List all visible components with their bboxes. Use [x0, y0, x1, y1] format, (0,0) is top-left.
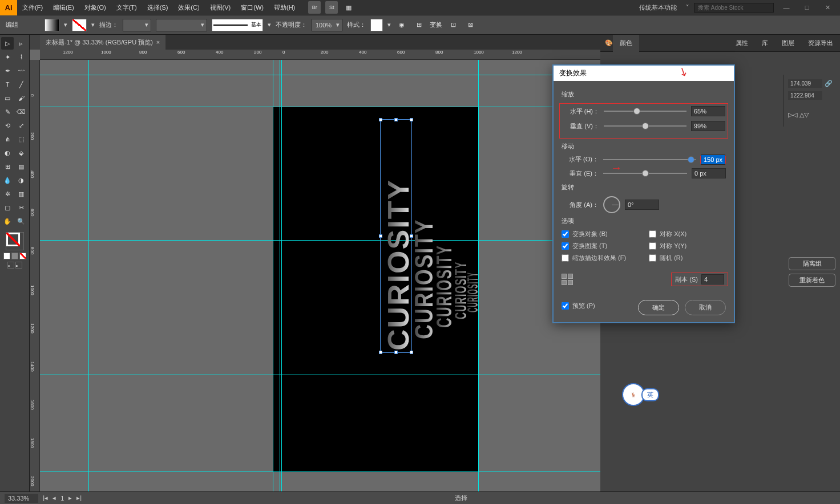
canvas[interactable]: CURIOSITY CURIOSITY CURIOSITY CURIOSITY …	[40, 60, 600, 491]
line-tool[interactable]: ╱	[15, 78, 27, 91]
curvature-tool[interactable]: 〰	[15, 64, 27, 77]
gradient-tool[interactable]: ▤	[15, 160, 27, 173]
transform-link[interactable]: 变换	[430, 21, 442, 29]
shaper-tool[interactable]: ✎	[1, 105, 14, 118]
stroke-weight-dropdown[interactable]	[123, 19, 151, 31]
flip-v-icon[interactable]: △▽	[799, 111, 809, 119]
slice-tool[interactable]: ✂	[15, 201, 27, 214]
nav-last-icon[interactable]: ▸|	[76, 494, 82, 502]
guide[interactable]	[40, 240, 600, 241]
panel-tab-properties[interactable]: 属性	[729, 35, 755, 52]
stock-search-input[interactable]	[694, 3, 774, 13]
scale-tool[interactable]: ⤢	[15, 119, 27, 132]
style-swatch[interactable]	[370, 19, 383, 31]
artboard-number[interactable]: 1	[60, 495, 64, 502]
guide[interactable]	[40, 107, 600, 107]
menu-window[interactable]: 窗口(W)	[236, 0, 269, 15]
stroke-profile-dropdown[interactable]	[156, 19, 207, 31]
guide[interactable]	[281, 60, 282, 491]
pen-tool[interactable]: ✒	[1, 64, 14, 77]
guide[interactable]	[40, 75, 600, 75]
maximize-button[interactable]: □	[799, 2, 815, 13]
menu-select[interactable]: 选择(S)	[142, 0, 173, 15]
move-v-slider[interactable]	[603, 173, 687, 174]
hand-tool[interactable]: ✋	[1, 215, 14, 227]
height-value[interactable]: 1222.984	[788, 91, 822, 100]
guide[interactable]	[280, 60, 280, 491]
horizontal-ruler[interactable]: 1200 1000 800 600 400 200 0 200 400 600 …	[40, 50, 600, 60]
color-mode-icon[interactable]	[3, 253, 10, 259]
zoom-dropdown[interactable]: 33.33%	[5, 494, 38, 503]
menu-file[interactable]: 文件(F)	[17, 0, 48, 15]
panel-collapse-icon[interactable]	[30, 35, 40, 50]
recolor-icon[interactable]: ◉	[395, 19, 408, 31]
nav-first-icon[interactable]: |◂	[43, 494, 48, 502]
brush-dropdown[interactable]: 基本	[212, 19, 263, 31]
move-h-value[interactable]: 150 px	[701, 155, 725, 165]
chevron-down-icon[interactable]: ▾	[91, 21, 95, 29]
width-value[interactable]: 174.039	[788, 79, 822, 88]
scale-h-slider[interactable]	[604, 111, 686, 112]
paintbrush-tool[interactable]: 🖌	[15, 92, 27, 104]
perspective-tool[interactable]: ⬙	[15, 147, 27, 159]
stroke-swatch[interactable]	[72, 19, 87, 31]
fill-swatch[interactable]	[45, 19, 59, 31]
angle-value[interactable]: 0°	[625, 200, 659, 210]
type-tool[interactable]: T	[1, 78, 14, 91]
menu-effect[interactable]: 效果(C)	[173, 0, 204, 15]
eyedropper-tool[interactable]: 💧	[1, 174, 14, 186]
close-tab-icon[interactable]: ×	[156, 39, 160, 46]
width-tool[interactable]: ⋔	[1, 133, 14, 145]
menu-type[interactable]: 文字(T)	[111, 0, 142, 15]
magic-wand-tool[interactable]: ✦	[1, 51, 14, 63]
isolate-icon[interactable]: ⊡	[447, 19, 459, 31]
minimize-button[interactable]: —	[778, 2, 794, 13]
vertical-ruler[interactable]: 0 200 400 600 800 1000 1200 1400 1600 18…	[30, 60, 40, 491]
chevron-down-icon[interactable]: ▾	[268, 21, 271, 29]
scale-v-value[interactable]: 99%	[691, 121, 725, 131]
ime-language[interactable]: 英	[641, 388, 659, 401]
panel-tab-libraries[interactable]: 库	[755, 35, 775, 52]
rectangle-tool[interactable]: ▭	[1, 92, 14, 104]
menu-help[interactable]: 帮助(H)	[269, 0, 300, 15]
direct-selection-tool[interactable]: ▹	[15, 37, 27, 50]
angle-dial[interactable]	[603, 196, 620, 213]
panel-tab-color[interactable]: 颜色	[613, 35, 639, 52]
selection-tool[interactable]: ▷	[1, 37, 14, 50]
none-mode-icon[interactable]	[19, 253, 26, 259]
document-tab[interactable]: 未标题-1* @ 33.33% (RGB/GPU 预览) ×	[40, 35, 165, 50]
recolor-button[interactable]: 重新着色	[789, 274, 835, 287]
transform-patterns-checkbox[interactable]: 变换图案 (T)	[562, 242, 626, 250]
guide[interactable]	[40, 375, 600, 375]
eraser-tool[interactable]: ⌫	[15, 105, 27, 118]
ime-indicator[interactable]: 🦌 英	[622, 383, 659, 406]
move-v-value[interactable]: 0 px	[692, 168, 726, 178]
menu-view[interactable]: 视图(V)	[205, 0, 236, 15]
blend-tool[interactable]: ◑	[15, 174, 27, 186]
menu-object[interactable]: 对象(O)	[79, 0, 111, 15]
mesh-tool[interactable]: ⊞	[1, 160, 14, 173]
align-icon[interactable]: ⊞	[413, 19, 425, 31]
scale-strokes-checkbox[interactable]: 缩放描边和效果 (F)	[562, 254, 626, 262]
screen-mode-icon[interactable]: ▫	[7, 262, 14, 269]
edit-icon[interactable]: ⊠	[464, 19, 476, 31]
flip-h-icon[interactable]: ▷◁	[788, 111, 797, 119]
workspace-switcher[interactable]: 传统基本功能	[635, 3, 681, 12]
fill-stroke-picker[interactable]	[6, 232, 24, 250]
preview-checkbox[interactable]: 预览 (P)	[562, 302, 595, 310]
screen-mode-icon[interactable]: ▪	[15, 262, 22, 269]
stock-icon[interactable]: St	[325, 1, 338, 14]
cancel-button[interactable]: 取消	[685, 300, 726, 315]
copies-value[interactable]: 4	[701, 274, 724, 284]
free-transform-tool[interactable]: ⬚	[15, 133, 27, 145]
artboard-tool[interactable]: ▢	[1, 201, 14, 214]
reflect-y-checkbox[interactable]: 对称 Y(Y)	[649, 242, 686, 250]
arrange-icon[interactable]: ▦	[342, 1, 355, 14]
lock-icon[interactable]: 🔗	[825, 80, 833, 87]
reflect-x-checkbox[interactable]: 对称 X(X)	[649, 230, 686, 238]
scale-v-slider[interactable]	[604, 125, 686, 127]
panel-tab-assets[interactable]: 资源导出	[801, 35, 840, 52]
nav-next-icon[interactable]: ▸	[68, 494, 72, 502]
gradient-mode-icon[interactable]	[11, 253, 18, 259]
symbol-sprayer-tool[interactable]: ✲	[1, 188, 14, 200]
